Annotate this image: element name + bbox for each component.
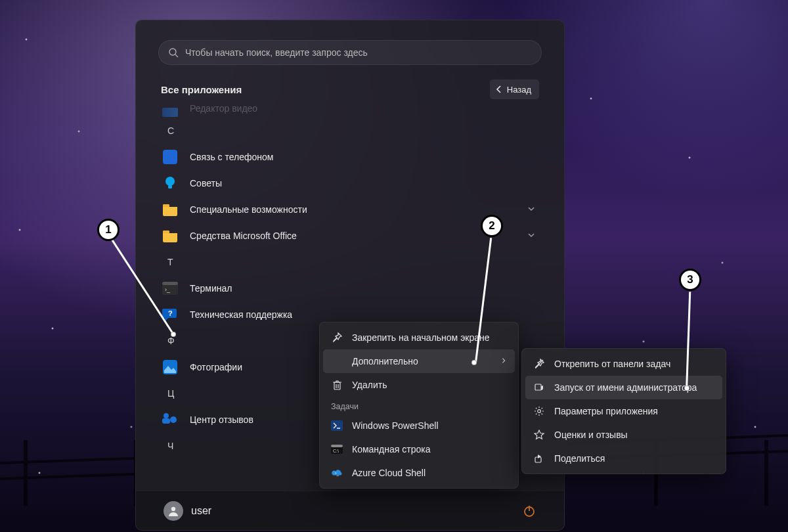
- app-label: Средства Microsoft Office: [190, 231, 297, 241]
- svg-text:C:\: C:\: [333, 449, 339, 453]
- search-box[interactable]: [158, 40, 542, 65]
- azure-cloud-shell-icon: ›_: [331, 467, 343, 479]
- callout-dot-2: [471, 360, 477, 365]
- ctx-label: Поделиться: [554, 453, 605, 464]
- svg-rect-7: [162, 282, 178, 285]
- app-label: Техническая поддержка: [190, 309, 292, 320]
- app-item-phone-link[interactable]: Связь с телефоном: [158, 144, 542, 170]
- trash-icon: [331, 379, 343, 391]
- callout-2: 2: [481, 215, 503, 237]
- feedback-hub-icon: [161, 410, 179, 429]
- ctx-label: Дополнительно: [352, 356, 418, 366]
- svg-rect-18: [331, 420, 343, 431]
- svg-rect-5: [163, 231, 169, 233]
- ctx-item-uninstall[interactable]: Удалить: [323, 373, 515, 397]
- svg-rect-13: [162, 418, 170, 424]
- terminal-icon: ›_: [161, 279, 179, 298]
- app-label: Специальные возможности: [190, 204, 307, 215]
- app-icon: [161, 103, 179, 122]
- ctx-item-share[interactable]: Поделиться: [525, 447, 722, 470]
- letter-header-s[interactable]: С: [158, 118, 542, 144]
- ctx-item-azure-shell[interactable]: ›_ Azure Cloud Shell: [323, 461, 515, 485]
- ctx-label: Закрепить на начальном экране: [352, 332, 490, 343]
- ctx-item-unpin-taskbar[interactable]: Открепить от панели задач: [525, 352, 722, 376]
- search-input[interactable]: [185, 47, 532, 58]
- phone-link-icon: [161, 148, 179, 166]
- svg-rect-20: [331, 445, 343, 447]
- callout-dot-3: [684, 386, 690, 391]
- avatar: [164, 501, 183, 521]
- powershell-icon: [331, 420, 343, 432]
- cmd-icon: C:\: [331, 443, 343, 455]
- letter-header-t[interactable]: Т: [158, 249, 542, 275]
- ctx-label: Параметры приложения: [554, 406, 658, 416]
- ctx-label: Windows PowerShell: [352, 420, 439, 431]
- chevron-right-icon: [500, 357, 508, 365]
- all-apps-title: Все приложения: [161, 84, 242, 95]
- shield-admin-icon: [533, 382, 545, 393]
- svg-text:›_: ›_: [165, 286, 171, 293]
- back-button[interactable]: Назад: [490, 79, 539, 99]
- callout-3: 3: [679, 269, 701, 291]
- context-submenu-more: Открепить от панели задач Запуск от имен…: [521, 348, 726, 474]
- folder-icon: [161, 227, 179, 245]
- ctx-label: Запуск от имени администратора: [554, 382, 697, 393]
- photos-icon: [161, 358, 179, 376]
- svg-point-11: [164, 413, 169, 418]
- svg-rect-4: [163, 204, 169, 207]
- ctx-item-run-as-admin[interactable]: Запуск от имени администратора: [525, 376, 722, 399]
- search-icon: [168, 47, 179, 58]
- svg-text:›_: ›_: [335, 471, 339, 476]
- share-icon: [533, 453, 545, 464]
- svg-rect-3: [168, 185, 172, 188]
- svg-rect-17: [334, 382, 340, 389]
- svg-point-12: [170, 416, 177, 423]
- app-label: Связь с телефоном: [190, 152, 273, 162]
- user-name: user: [191, 505, 211, 517]
- ctx-label: Удалить: [352, 380, 387, 390]
- start-menu-footer: user: [136, 491, 564, 530]
- user-account-button[interactable]: user: [164, 501, 211, 521]
- chevron-left-icon: [495, 85, 503, 93]
- ctx-item-powershell[interactable]: Windows PowerShell: [323, 414, 515, 437]
- callout-dot-1: [171, 332, 176, 337]
- tips-icon: [161, 174, 179, 192]
- ctx-label: Открепить от панели задач: [554, 359, 670, 369]
- app-label: Фотографии: [190, 362, 242, 372]
- ctx-item-pin-start[interactable]: Закрепить на начальном экране: [323, 326, 515, 349]
- svg-point-25: [538, 410, 541, 413]
- ctx-label: Командная строка: [352, 444, 430, 454]
- app-label: Терминал: [190, 283, 232, 294]
- ctx-item-rate-review[interactable]: Оценки и отзывы: [525, 423, 722, 447]
- chevron-down-icon: [527, 231, 536, 240]
- app-label: Центр отзывов: [190, 414, 253, 425]
- unpin-icon: [533, 358, 545, 370]
- ctx-item-cmd[interactable]: C:\ Командная строка: [323, 437, 515, 461]
- ctx-section-tasks: Задачи: [323, 397, 515, 414]
- blank-icon: [331, 355, 343, 367]
- chevron-down-icon: [527, 205, 536, 214]
- svg-line-1: [175, 55, 178, 57]
- app-item-video-editor[interactable]: Редактор видео: [158, 103, 542, 118]
- star-icon: [533, 429, 545, 441]
- context-menu-terminal: Закрепить на начальном экране Дополнител…: [319, 322, 519, 489]
- power-button[interactable]: [522, 504, 536, 518]
- svg-point-2: [165, 177, 175, 186]
- app-label: Советы: [190, 178, 222, 188]
- pin-icon: [331, 332, 343, 344]
- svg-text:?: ?: [168, 309, 173, 317]
- folder-icon: [161, 200, 179, 219]
- ctx-label: Azure Cloud Shell: [352, 468, 426, 478]
- ctx-item-more[interactable]: Дополнительно: [323, 349, 515, 373]
- svg-point-0: [169, 49, 176, 55]
- app-item-tips[interactable]: Советы: [158, 170, 542, 196]
- ctx-item-app-settings[interactable]: Параметры приложения: [525, 399, 722, 423]
- svg-rect-24: [535, 384, 541, 390]
- callout-1: 1: [97, 219, 120, 241]
- svg-point-14: [171, 506, 175, 510]
- gear-icon: [533, 405, 545, 417]
- app-label: Редактор видео: [190, 103, 257, 114]
- back-label: Назад: [507, 85, 531, 95]
- ctx-label: Оценки и отзывы: [554, 430, 628, 440]
